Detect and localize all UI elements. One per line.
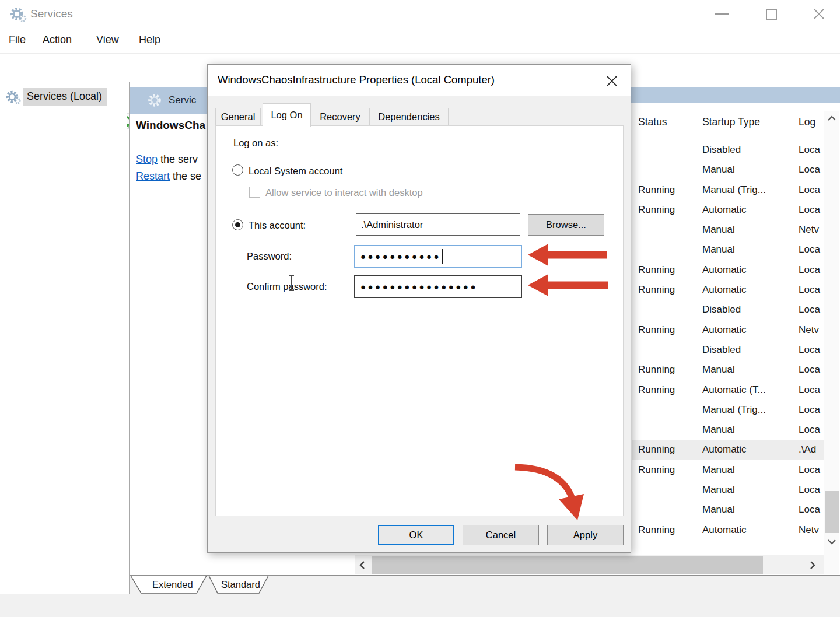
- cell-logon: Loca: [799, 480, 824, 500]
- column-header-log-on-as[interactable]: Log: [799, 116, 822, 128]
- table-row[interactable]: DisabledLoca: [632, 140, 824, 160]
- table-row[interactable]: ManualLoca: [632, 420, 824, 440]
- tab-recovery[interactable]: Recovery: [313, 108, 368, 126]
- table-row[interactable]: RunningAutomatic.\Ad: [632, 440, 824, 460]
- status-bar: [0, 594, 840, 617]
- services-node-gear-icon: [5, 89, 21, 105]
- cell-logon: Loca: [799, 300, 824, 320]
- tab-dependencies[interactable]: Dependencies: [369, 108, 449, 126]
- cell-logon: Loca: [799, 260, 824, 280]
- password-label: Password:: [247, 251, 292, 262]
- table-row[interactable]: ManualLoca: [632, 480, 824, 500]
- ok-button[interactable]: OK: [378, 525, 454, 545]
- cell-logon: Loca: [799, 280, 824, 300]
- minimize-button[interactable]: [703, 0, 740, 28]
- list-header: Status Startup Type Log: [632, 111, 824, 140]
- cell-startup: Manual: [702, 160, 797, 180]
- column-separator: [695, 110, 695, 139]
- horizontal-scrollbar[interactable]: [355, 555, 824, 574]
- table-row[interactable]: RunningAutomatic (T...Loca: [632, 380, 824, 400]
- interact-desktop-checkbox: [249, 187, 260, 198]
- cell-startup: Manual: [702, 220, 797, 240]
- sidebar-item-services-local[interactable]: Services (Local): [5, 88, 107, 106]
- restart-service-rest: the se: [170, 170, 201, 182]
- cell-logon: Loca: [799, 380, 824, 400]
- menu-action[interactable]: Action: [43, 34, 72, 46]
- local-system-radio[interactable]: [232, 164, 243, 176]
- scroll-down-icon[interactable]: [827, 539, 836, 545]
- cell-status: Running: [638, 360, 694, 380]
- cell-logon: .\Ad: [799, 440, 824, 460]
- title-bar: Services: [0, 0, 840, 28]
- table-row[interactable]: RunningManualLoca: [632, 460, 824, 480]
- confirm-password-mask: ●●●●●●●●●●●●●●●●: [355, 276, 478, 297]
- this-account-radio[interactable]: [232, 219, 243, 230]
- vertical-scrollbar[interactable]: [824, 111, 839, 555]
- cell-startup: Disabled: [702, 300, 797, 320]
- scroll-right-icon[interactable]: [810, 560, 816, 570]
- close-button[interactable]: [800, 0, 838, 28]
- this-account-label[interactable]: This account:: [249, 220, 306, 231]
- table-row[interactable]: RunningManualLoca: [632, 360, 824, 380]
- tab-extended-label[interactable]: Extended: [152, 579, 193, 590]
- local-system-label[interactable]: Local System account: [249, 166, 342, 177]
- vertical-scroll-thumb[interactable]: [825, 491, 839, 533]
- browse-button[interactable]: Browse...: [528, 214, 604, 236]
- services-window: Services File Action View Help: [0, 0, 840, 617]
- password-input[interactable]: ●●●●●●●●●●●: [354, 245, 522, 268]
- cell-startup: Disabled: [702, 340, 797, 360]
- status-bar-divider: [486, 601, 487, 617]
- menu-help[interactable]: Help: [139, 34, 160, 46]
- table-row[interactable]: RunningManual (Trig...Loca: [632, 180, 824, 200]
- cell-startup: Manual: [702, 500, 797, 520]
- restart-service-link[interactable]: Restart: [136, 170, 170, 182]
- cell-logon: Loca: [799, 400, 824, 420]
- column-separator: [793, 110, 793, 139]
- password-mask: ●●●●●●●●●●●: [355, 246, 441, 267]
- cell-startup: Manual: [702, 420, 797, 440]
- interact-desktop-label: Allow service to interact with desktop: [265, 187, 423, 198]
- dialog-title-bar: WindowsChaosInfrastructure Properties (L…: [208, 65, 631, 96]
- selected-service-name: WindowsCha: [136, 119, 205, 132]
- cell-startup: Manual (Trig...: [702, 400, 797, 420]
- log-on-tab-page: Log on as: Local System account Allow se…: [215, 125, 624, 516]
- horizontal-scroll-thumb[interactable]: [372, 556, 763, 574]
- stop-service-link[interactable]: Stop: [136, 153, 158, 165]
- dialog-close-button[interactable]: [601, 71, 622, 92]
- menu-view[interactable]: View: [96, 34, 119, 46]
- table-row[interactable]: RunningAutomaticLoca: [632, 280, 824, 300]
- column-header-startup-type[interactable]: Startup Type: [702, 116, 760, 128]
- table-row[interactable]: DisabledLoca: [632, 300, 824, 320]
- cancel-button[interactable]: Cancel: [463, 525, 539, 545]
- account-input[interactable]: [356, 213, 520, 236]
- table-row[interactable]: RunningAutomaticNetv: [632, 520, 824, 540]
- table-row[interactable]: Manual (Trig...Loca: [632, 400, 824, 420]
- maximize-button[interactable]: [752, 0, 790, 28]
- scroll-left-icon[interactable]: [359, 560, 365, 570]
- table-row[interactable]: RunningAutomaticLoca: [632, 200, 824, 220]
- table-row[interactable]: DisabledLoca: [632, 340, 824, 360]
- table-row[interactable]: ManualNetv: [632, 220, 824, 240]
- apply-button[interactable]: Apply: [547, 525, 624, 545]
- text-caret: [442, 249, 443, 264]
- cell-status: Running: [638, 460, 694, 480]
- cell-status: Running: [638, 380, 694, 400]
- tab-log-on[interactable]: Log On: [262, 103, 311, 127]
- table-row[interactable]: ManualLoca: [632, 240, 824, 260]
- scrollbar-corner: [824, 555, 839, 574]
- services-gear-icon: [9, 6, 27, 23]
- menu-file[interactable]: File: [9, 34, 26, 46]
- tab-general[interactable]: General: [215, 108, 261, 126]
- cell-logon: Netv: [799, 220, 824, 240]
- cell-startup: Manual: [702, 480, 797, 500]
- confirm-password-input[interactable]: ●●●●●●●●●●●●●●●●: [354, 275, 522, 298]
- column-header-status[interactable]: Status: [638, 116, 667, 128]
- tab-standard-label[interactable]: Standard: [221, 579, 260, 590]
- table-row[interactable]: ManualLoca: [632, 160, 824, 180]
- table-row[interactable]: ManualLoca: [632, 500, 824, 520]
- cell-startup: Automatic: [702, 520, 797, 540]
- table-row[interactable]: RunningAutomaticNetv: [632, 320, 824, 340]
- table-row[interactable]: RunningAutomaticLoca: [632, 260, 824, 280]
- cell-logon: Loca: [799, 140, 824, 160]
- scroll-up-icon[interactable]: [827, 115, 836, 121]
